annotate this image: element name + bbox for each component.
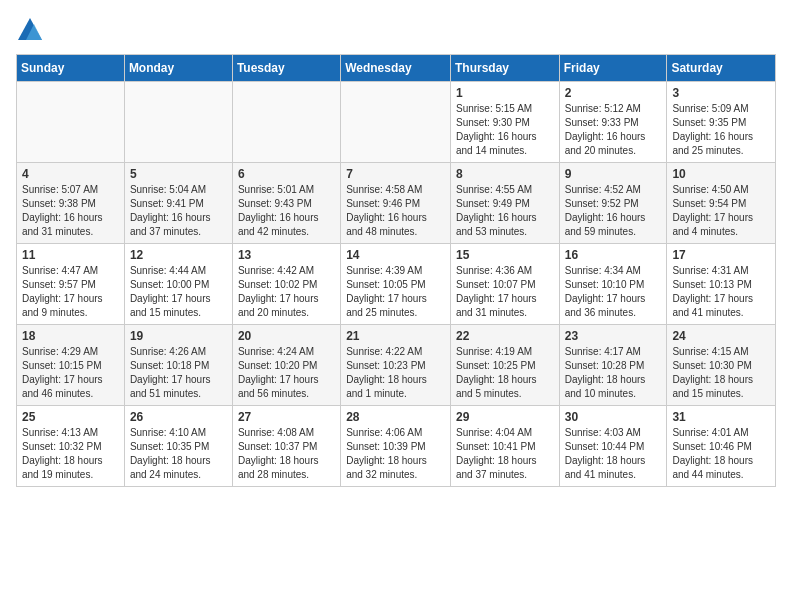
- day-info: Sunrise: 4:15 AM Sunset: 10:30 PM Daylig…: [672, 345, 770, 401]
- day-info: Sunrise: 4:04 AM Sunset: 10:41 PM Daylig…: [456, 426, 554, 482]
- day-number: 18: [22, 329, 119, 343]
- day-number: 25: [22, 410, 119, 424]
- day-number: 10: [672, 167, 770, 181]
- day-info: Sunrise: 5:01 AM Sunset: 9:43 PM Dayligh…: [238, 183, 335, 239]
- day-info: Sunrise: 4:03 AM Sunset: 10:44 PM Daylig…: [565, 426, 662, 482]
- calendar-cell: 27Sunrise: 4:08 AM Sunset: 10:37 PM Dayl…: [232, 406, 340, 487]
- calendar-cell: 23Sunrise: 4:17 AM Sunset: 10:28 PM Dayl…: [559, 325, 667, 406]
- day-info: Sunrise: 5:15 AM Sunset: 9:30 PM Dayligh…: [456, 102, 554, 158]
- calendar-cell: 19Sunrise: 4:26 AM Sunset: 10:18 PM Dayl…: [124, 325, 232, 406]
- day-number: 17: [672, 248, 770, 262]
- day-number: 9: [565, 167, 662, 181]
- calendar-cell: 4Sunrise: 5:07 AM Sunset: 9:38 PM Daylig…: [17, 163, 125, 244]
- logo: [16, 16, 48, 44]
- day-info: Sunrise: 4:50 AM Sunset: 9:54 PM Dayligh…: [672, 183, 770, 239]
- calendar-cell: [341, 82, 451, 163]
- calendar-cell: 2Sunrise: 5:12 AM Sunset: 9:33 PM Daylig…: [559, 82, 667, 163]
- calendar-cell: [124, 82, 232, 163]
- day-info: Sunrise: 4:06 AM Sunset: 10:39 PM Daylig…: [346, 426, 445, 482]
- day-number: 4: [22, 167, 119, 181]
- calendar-cell: 20Sunrise: 4:24 AM Sunset: 10:20 PM Dayl…: [232, 325, 340, 406]
- day-info: Sunrise: 4:39 AM Sunset: 10:05 PM Daylig…: [346, 264, 445, 320]
- calendar-cell: 24Sunrise: 4:15 AM Sunset: 10:30 PM Dayl…: [667, 325, 776, 406]
- calendar-week-row: 18Sunrise: 4:29 AM Sunset: 10:15 PM Dayl…: [17, 325, 776, 406]
- day-info: Sunrise: 4:58 AM Sunset: 9:46 PM Dayligh…: [346, 183, 445, 239]
- calendar-cell: 3Sunrise: 5:09 AM Sunset: 9:35 PM Daylig…: [667, 82, 776, 163]
- day-info: Sunrise: 4:55 AM Sunset: 9:49 PM Dayligh…: [456, 183, 554, 239]
- day-number: 26: [130, 410, 227, 424]
- calendar-cell: 15Sunrise: 4:36 AM Sunset: 10:07 PM Dayl…: [450, 244, 559, 325]
- day-number: 16: [565, 248, 662, 262]
- calendar-week-row: 1Sunrise: 5:15 AM Sunset: 9:30 PM Daylig…: [17, 82, 776, 163]
- page-header: [16, 16, 776, 44]
- calendar-cell: 31Sunrise: 4:01 AM Sunset: 10:46 PM Dayl…: [667, 406, 776, 487]
- calendar-cell: 1Sunrise: 5:15 AM Sunset: 9:30 PM Daylig…: [450, 82, 559, 163]
- day-info: Sunrise: 4:47 AM Sunset: 9:57 PM Dayligh…: [22, 264, 119, 320]
- day-number: 27: [238, 410, 335, 424]
- day-number: 23: [565, 329, 662, 343]
- day-info: Sunrise: 4:31 AM Sunset: 10:13 PM Daylig…: [672, 264, 770, 320]
- calendar-cell: 30Sunrise: 4:03 AM Sunset: 10:44 PM Dayl…: [559, 406, 667, 487]
- day-number: 8: [456, 167, 554, 181]
- day-info: Sunrise: 4:36 AM Sunset: 10:07 PM Daylig…: [456, 264, 554, 320]
- calendar-cell: 11Sunrise: 4:47 AM Sunset: 9:57 PM Dayli…: [17, 244, 125, 325]
- col-header-thursday: Thursday: [450, 55, 559, 82]
- col-header-saturday: Saturday: [667, 55, 776, 82]
- day-number: 11: [22, 248, 119, 262]
- calendar-header-row: SundayMondayTuesdayWednesdayThursdayFrid…: [17, 55, 776, 82]
- day-info: Sunrise: 4:19 AM Sunset: 10:25 PM Daylig…: [456, 345, 554, 401]
- calendar-week-row: 25Sunrise: 4:13 AM Sunset: 10:32 PM Dayl…: [17, 406, 776, 487]
- calendar-cell: 16Sunrise: 4:34 AM Sunset: 10:10 PM Dayl…: [559, 244, 667, 325]
- day-info: Sunrise: 4:44 AM Sunset: 10:00 PM Daylig…: [130, 264, 227, 320]
- day-info: Sunrise: 5:07 AM Sunset: 9:38 PM Dayligh…: [22, 183, 119, 239]
- calendar-cell: 26Sunrise: 4:10 AM Sunset: 10:35 PM Dayl…: [124, 406, 232, 487]
- day-info: Sunrise: 4:10 AM Sunset: 10:35 PM Daylig…: [130, 426, 227, 482]
- day-number: 30: [565, 410, 662, 424]
- col-header-friday: Friday: [559, 55, 667, 82]
- day-number: 29: [456, 410, 554, 424]
- calendar-week-row: 4Sunrise: 5:07 AM Sunset: 9:38 PM Daylig…: [17, 163, 776, 244]
- day-number: 6: [238, 167, 335, 181]
- day-info: Sunrise: 4:17 AM Sunset: 10:28 PM Daylig…: [565, 345, 662, 401]
- day-number: 13: [238, 248, 335, 262]
- calendar-cell: 29Sunrise: 4:04 AM Sunset: 10:41 PM Dayl…: [450, 406, 559, 487]
- calendar-cell: [17, 82, 125, 163]
- day-number: 21: [346, 329, 445, 343]
- day-number: 28: [346, 410, 445, 424]
- calendar-cell: 14Sunrise: 4:39 AM Sunset: 10:05 PM Dayl…: [341, 244, 451, 325]
- day-info: Sunrise: 4:29 AM Sunset: 10:15 PM Daylig…: [22, 345, 119, 401]
- calendar-cell: 12Sunrise: 4:44 AM Sunset: 10:00 PM Dayl…: [124, 244, 232, 325]
- day-info: Sunrise: 4:26 AM Sunset: 10:18 PM Daylig…: [130, 345, 227, 401]
- day-number: 3: [672, 86, 770, 100]
- calendar-table: SundayMondayTuesdayWednesdayThursdayFrid…: [16, 54, 776, 487]
- calendar-cell: 18Sunrise: 4:29 AM Sunset: 10:15 PM Dayl…: [17, 325, 125, 406]
- calendar-cell: 7Sunrise: 4:58 AM Sunset: 9:46 PM Daylig…: [341, 163, 451, 244]
- day-info: Sunrise: 4:08 AM Sunset: 10:37 PM Daylig…: [238, 426, 335, 482]
- day-number: 14: [346, 248, 445, 262]
- day-number: 2: [565, 86, 662, 100]
- day-number: 5: [130, 167, 227, 181]
- calendar-cell: 22Sunrise: 4:19 AM Sunset: 10:25 PM Dayl…: [450, 325, 559, 406]
- calendar-cell: 8Sunrise: 4:55 AM Sunset: 9:49 PM Daylig…: [450, 163, 559, 244]
- day-number: 7: [346, 167, 445, 181]
- col-header-monday: Monday: [124, 55, 232, 82]
- day-number: 24: [672, 329, 770, 343]
- day-number: 12: [130, 248, 227, 262]
- col-header-tuesday: Tuesday: [232, 55, 340, 82]
- calendar-cell: 13Sunrise: 4:42 AM Sunset: 10:02 PM Dayl…: [232, 244, 340, 325]
- calendar-week-row: 11Sunrise: 4:47 AM Sunset: 9:57 PM Dayli…: [17, 244, 776, 325]
- calendar-cell: 6Sunrise: 5:01 AM Sunset: 9:43 PM Daylig…: [232, 163, 340, 244]
- calendar-cell: 25Sunrise: 4:13 AM Sunset: 10:32 PM Dayl…: [17, 406, 125, 487]
- day-info: Sunrise: 4:42 AM Sunset: 10:02 PM Daylig…: [238, 264, 335, 320]
- calendar-cell: 17Sunrise: 4:31 AM Sunset: 10:13 PM Dayl…: [667, 244, 776, 325]
- day-info: Sunrise: 5:04 AM Sunset: 9:41 PM Dayligh…: [130, 183, 227, 239]
- day-info: Sunrise: 4:24 AM Sunset: 10:20 PM Daylig…: [238, 345, 335, 401]
- calendar-cell: 5Sunrise: 5:04 AM Sunset: 9:41 PM Daylig…: [124, 163, 232, 244]
- day-number: 20: [238, 329, 335, 343]
- day-number: 19: [130, 329, 227, 343]
- day-info: Sunrise: 4:34 AM Sunset: 10:10 PM Daylig…: [565, 264, 662, 320]
- day-number: 22: [456, 329, 554, 343]
- calendar-cell: 10Sunrise: 4:50 AM Sunset: 9:54 PM Dayli…: [667, 163, 776, 244]
- day-info: Sunrise: 5:09 AM Sunset: 9:35 PM Dayligh…: [672, 102, 770, 158]
- day-info: Sunrise: 4:22 AM Sunset: 10:23 PM Daylig…: [346, 345, 445, 401]
